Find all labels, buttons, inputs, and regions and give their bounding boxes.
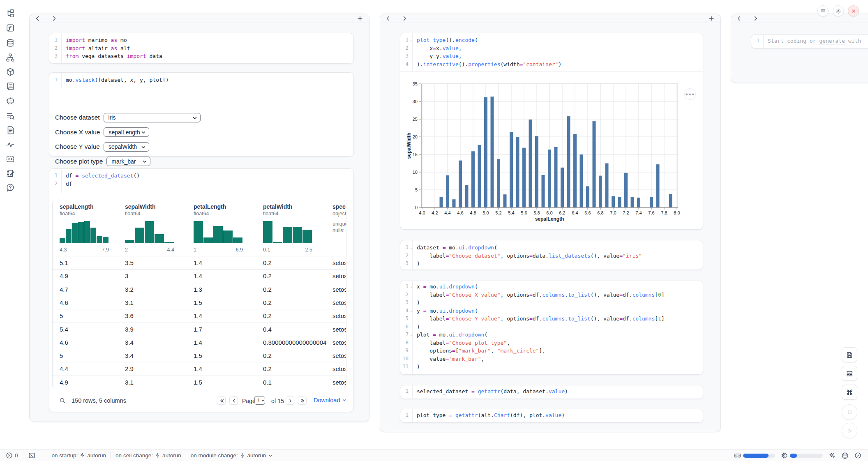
code-editor[interactable]: 1mo.vstack([dataset, x, y, plot]) xyxy=(49,73,353,88)
prev-column-button[interactable] xyxy=(35,15,41,22)
dataframe-table[interactable]: sepalLengthfloat644.37.9sepalWidthfloat6… xyxy=(52,200,346,388)
column-header[interactable]: petalWidthfloat64 xyxy=(263,203,325,217)
close-button[interactable] xyxy=(848,5,859,16)
code-editor[interactable]: 1⌄234⌄567⌄891011x = mo.ui.dropdown( labe… xyxy=(400,281,703,374)
chevron-down-icon xyxy=(192,115,197,120)
form-row: Choose plot typemark_bar xyxy=(55,157,150,166)
table-row[interactable]: 4.93.11.50.1setosa xyxy=(53,376,346,388)
code-editor[interactable]: 1plot_type = getattr(alt.Chart(df), plot… xyxy=(400,409,703,422)
table-row[interactable]: 53.61.40.2setosa xyxy=(53,309,346,322)
vstack-code-cell[interactable]: 1mo.vstack([dataset, x, y, plot]) Choose… xyxy=(49,72,354,157)
svg-text:4.4: 4.4 xyxy=(444,210,450,215)
last-page-button[interactable] xyxy=(298,396,307,405)
help-icon[interactable] xyxy=(6,183,15,192)
selected-dataset-code-cell[interactable]: 1selected_dataset = getattr(data, datase… xyxy=(400,385,703,399)
column-header[interactable]: sepalLengthfloat64 xyxy=(60,203,121,217)
dropdown-select[interactable]: sepalLength xyxy=(104,127,149,137)
chat-icon[interactable] xyxy=(6,96,15,105)
table-row[interactable]: 5.13.51.40.2setosa xyxy=(53,256,346,269)
table-row[interactable]: 53.41.50.2setosa xyxy=(53,349,346,362)
prev-column-button[interactable] xyxy=(736,15,743,22)
next-column-button[interactable] xyxy=(401,15,408,22)
dataframe-code-cell[interactable]: 12df = selected_dataset()df sepalLengthf… xyxy=(49,168,354,412)
runtime-config-item[interactable]: on module change:autorun xyxy=(191,452,273,459)
page-count: of 15 xyxy=(271,397,284,405)
menu-button[interactable] xyxy=(817,5,829,16)
first-page-button[interactable] xyxy=(217,396,226,405)
column-header[interactable]: speciesobject xyxy=(332,203,346,217)
snippets-icon[interactable] xyxy=(6,154,15,164)
runtime-config-item[interactable]: on startup:autorun xyxy=(52,452,106,459)
tracing-icon[interactable] xyxy=(6,140,15,149)
table-row[interactable]: 4.63.11.50.2setosa xyxy=(53,296,346,309)
column-header[interactable]: petalLengthfloat64 xyxy=(194,203,255,217)
add-cell-button[interactable] xyxy=(708,15,715,22)
plot-type-code-cell[interactable]: 1plot_type = getattr(alt.Chart(df), plot… xyxy=(400,409,703,423)
dropdown-select[interactable]: iris xyxy=(104,113,201,122)
run-button[interactable] xyxy=(842,423,857,438)
outline-icon[interactable] xyxy=(6,126,15,135)
next-column-button[interactable] xyxy=(752,15,759,22)
add-cell-button[interactable] xyxy=(357,15,363,22)
terminal-icon[interactable] xyxy=(28,452,35,459)
runtime-config-item[interactable]: on cell change:autorun xyxy=(115,452,181,459)
imports-code-cell[interactable]: 123import marimo as moimport altair as a… xyxy=(49,33,354,64)
table-row[interactable]: 4.931.40.2setosa xyxy=(53,269,346,282)
scratchpad-icon[interactable] xyxy=(6,169,15,178)
generate-link[interactable]: generate xyxy=(819,38,845,44)
column-header[interactable]: sepalWidthfloat64 xyxy=(125,203,187,217)
table-row[interactable]: 4.42.91.40.2setosa xyxy=(53,362,346,375)
download-button[interactable]: Download xyxy=(314,397,347,403)
column-histogram xyxy=(263,221,312,243)
file-explorer-icon[interactable] xyxy=(6,9,15,18)
code-editor[interactable]: 1⌄23dataset = mo.ui.dropdown( label="Cho… xyxy=(400,240,703,270)
table-row[interactable]: 5.43.91.70.4setosa xyxy=(53,323,346,336)
ai-assistant-icon[interactable] xyxy=(829,452,836,459)
bar-chart[interactable]: 051015202530354.04.24.44.64.85.05.25.45.… xyxy=(400,72,704,230)
prev-page-button[interactable] xyxy=(229,396,238,405)
column-stat: unique: xyxy=(332,221,346,227)
chart-code-cell[interactable]: 1⌄234plot_type().encode( x=x.value, y=y.… xyxy=(400,33,703,230)
chart-menu-button[interactable]: ●●● xyxy=(684,88,696,100)
code-editor[interactable]: 1⌄234plot_type().encode( x=x.value, y=y.… xyxy=(400,33,703,72)
empty-code-cell[interactable]: 1 Start coding or generate with xyxy=(751,35,868,48)
xy-plot-dropdowns-code-cell[interactable]: 1⌄234⌄567⌄891011x = mo.ui.dropdown( labe… xyxy=(400,281,703,375)
code-editor[interactable]: 12df = selected_dataset()df xyxy=(49,169,353,193)
documentation-icon[interactable] xyxy=(6,82,15,91)
datasources-icon[interactable] xyxy=(6,39,15,48)
table-row[interactable]: 4.73.21.30.2setosa xyxy=(53,283,346,296)
chevron-down-icon xyxy=(141,129,146,134)
packages-icon[interactable] xyxy=(6,67,15,76)
svg-text:4.8: 4.8 xyxy=(470,210,476,215)
save-button[interactable] xyxy=(842,347,857,362)
svg-text:6.8: 6.8 xyxy=(597,210,603,215)
functions-icon[interactable] xyxy=(6,23,15,32)
dependency-graph-icon[interactable] xyxy=(6,53,15,62)
svg-text:7.4: 7.4 xyxy=(635,210,642,215)
next-column-button[interactable] xyxy=(51,15,57,22)
right-column-panel: 1 Start coding or generate with xyxy=(731,14,868,83)
dropdown-select[interactable]: mark_bar xyxy=(106,157,150,166)
code-editor[interactable]: 1selected_dataset = getattr(data, datase… xyxy=(400,385,703,399)
next-page-button[interactable] xyxy=(286,396,294,405)
page-select[interactable]: 1 xyxy=(254,396,265,405)
table-row[interactable]: 4.63.41.40.30000000000000004setosa xyxy=(53,336,346,349)
svg-text:5.6: 5.6 xyxy=(521,210,527,215)
search-icon[interactable] xyxy=(59,397,66,406)
connection-status-icon[interactable] xyxy=(854,452,861,459)
form-row: Choose X valuesepalLength xyxy=(55,127,149,137)
left-column-panel: 123import marimo as moimport altair as a… xyxy=(29,14,369,422)
settings-button[interactable] xyxy=(833,5,844,16)
dataset-dropdown-code-cell[interactable]: 1⌄23dataset = mo.ui.dropdown( label="Cho… xyxy=(400,240,703,270)
github-icon[interactable] xyxy=(841,452,849,459)
code-editor[interactable]: 123import marimo as moimport altair as a… xyxy=(49,33,353,63)
dropdown-label: Choose X value xyxy=(55,129,100,136)
stop-button[interactable] xyxy=(842,404,857,420)
prev-column-button[interactable] xyxy=(385,15,392,22)
svg-text:sepalWidth: sepalWidth xyxy=(406,133,412,159)
keyboard-shortcuts-button[interactable] xyxy=(842,385,857,400)
dropdown-select[interactable]: sepalWidth xyxy=(104,142,149,152)
layout-toggle-button[interactable] xyxy=(842,366,857,381)
error-count-indicator[interactable]: 0 xyxy=(6,452,18,459)
logs-icon[interactable] xyxy=(6,111,15,120)
